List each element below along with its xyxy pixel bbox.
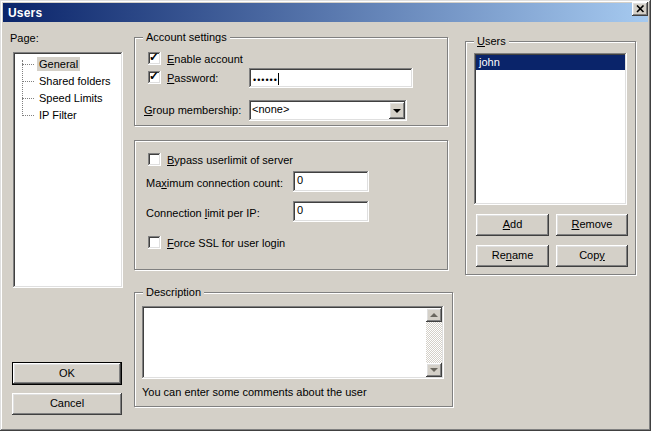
enable-account-label: Enable account <box>167 53 243 65</box>
page-label: Page: <box>10 32 39 44</box>
close-button[interactable] <box>632 2 648 16</box>
checkmark-icon: ✓ <box>149 69 159 83</box>
force-ssl-checkbox[interactable]: ✓ <box>148 236 161 249</box>
checkmark-icon: ✓ <box>149 50 159 64</box>
account-settings-group: Account settings ✓ Enable account ✓ Pass… <box>134 37 448 126</box>
users-dialog: Users Page: General Shared folders Speed… <box>0 0 651 431</box>
password-checkbox[interactable]: ✓ <box>148 71 161 84</box>
enable-account-checkbox[interactable]: ✓ <box>148 52 161 65</box>
users-listbox[interactable]: john <box>474 53 627 205</box>
rename-user-button[interactable]: Rename <box>476 245 549 267</box>
remove-user-button[interactable]: Remove <box>556 214 628 236</box>
tree-branch-line <box>22 64 34 65</box>
account-settings-title: Account settings <box>143 31 230 43</box>
scroll-up-button[interactable] <box>426 308 442 322</box>
description-hint: You can enter some comments about the us… <box>142 386 367 398</box>
max-connection-count-label: Maximum connection count: <box>146 177 283 189</box>
chevron-down-icon <box>393 109 401 113</box>
force-ssl-label: Force SSL for user login <box>167 237 285 249</box>
password-label: Password: <box>167 72 218 84</box>
users-group-title: Users <box>474 35 509 47</box>
bypass-userlimit-checkbox[interactable]: ✓ <box>148 153 161 166</box>
cancel-button[interactable]: Cancel <box>12 393 122 415</box>
arrow-down-icon <box>430 368 438 372</box>
text-caret <box>278 73 279 85</box>
page-tree[interactable]: General Shared folders Speed Limits IP F… <box>13 52 123 288</box>
connection-limit-per-ip-input[interactable]: 0 <box>293 201 369 222</box>
users-group: Users john Add Remove Rename Copy <box>465 41 636 275</box>
description-group: Description You can enter some comments … <box>134 292 453 407</box>
password-masked-value: •••••• <box>253 75 278 85</box>
group-membership-label: Group membership: <box>144 104 241 116</box>
group-membership-select[interactable]: <none> <box>249 100 407 121</box>
user-name: john <box>479 56 500 68</box>
user-list-item[interactable]: john <box>476 55 625 70</box>
password-input[interactable]: •••••• <box>249 68 413 88</box>
arrow-up-icon <box>430 313 438 317</box>
copy-user-button[interactable]: Copy <box>556 245 628 267</box>
window-title: Users <box>8 6 42 20</box>
ok-button[interactable]: OK <box>12 362 122 385</box>
tree-branch-line <box>22 98 34 99</box>
add-user-button[interactable]: Add <box>476 214 549 236</box>
dropdown-button[interactable] <box>389 102 405 119</box>
description-scrollbar[interactable] <box>426 308 442 377</box>
description-textarea[interactable] <box>142 306 444 379</box>
tree-item-speed-limits[interactable]: Speed Limits <box>13 90 105 106</box>
tree-branch-line <box>22 81 34 82</box>
connection-limit-per-ip-label: Connection limit per IP: <box>146 207 260 219</box>
bypass-userlimit-label: Bypass userlimit of server <box>167 154 293 166</box>
group-membership-value: <none> <box>252 103 289 115</box>
tree-item-shared-folders[interactable]: Shared folders <box>13 73 113 89</box>
connection-settings-group: ✓ Bypass userlimit of server Maximum con… <box>134 140 448 270</box>
titlebar[interactable]: Users <box>3 3 648 22</box>
close-icon <box>636 5 645 13</box>
description-title: Description <box>143 286 204 298</box>
scroll-down-button[interactable] <box>426 363 442 377</box>
max-connection-count-input[interactable]: 0 <box>293 171 369 192</box>
tree-item-general[interactable]: General <box>13 56 80 72</box>
tree-branch-line <box>22 115 34 116</box>
tree-item-ip-filter[interactable]: IP Filter <box>13 107 79 123</box>
